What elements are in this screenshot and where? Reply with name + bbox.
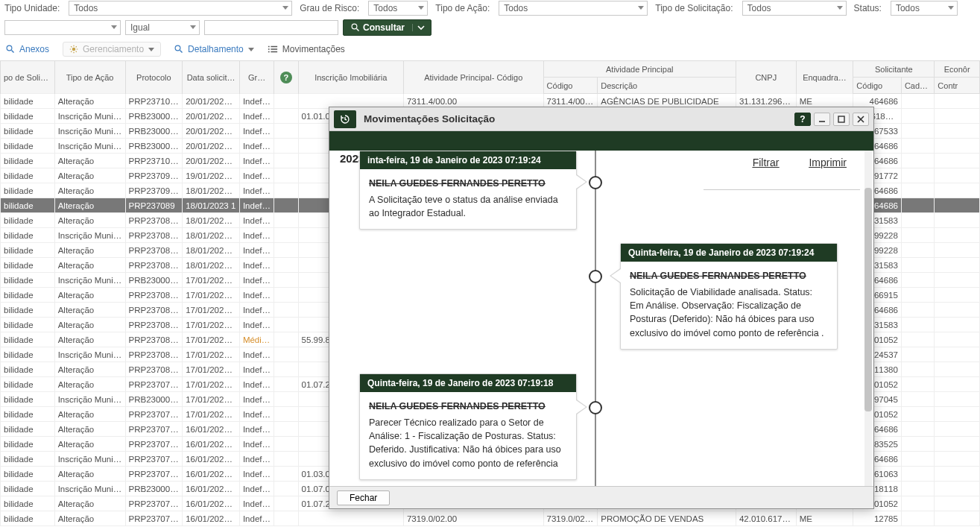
table-cell: Indefinido [239,258,274,273]
col-cnpj[interactable]: CNPJ [736,61,796,94]
consultar-chevron[interactable] [412,24,429,31]
help-button[interactable]: ? [794,113,811,126]
sel-field[interactable] [4,20,121,35]
table-cell: 20/01/2023 0… [183,124,240,139]
table-cell: PRP237080… [125,362,183,377]
grp-atividade[interactable]: Atividade Principal [543,61,736,78]
table-cell: Inscrição Muni… [54,109,125,124]
table-cell: PRP237080… [125,347,183,362]
sel-tipo-acao[interactable]: Todos [499,1,648,16]
grp-solic[interactable]: Solicitante [853,61,935,78]
card-body: Parecer Técnico realizado para o Setor d… [369,417,561,468]
table-cell [274,482,298,496]
table-cell: Alteração [54,183,125,198]
table-cell: 18/01/2023 1… [183,213,240,228]
table-cell [901,124,934,139]
table-cell [274,332,298,347]
fechar-button[interactable]: Fechar [337,490,390,505]
table-cell [935,154,980,168]
table-cell: 17/01/2023 2… [183,273,240,288]
col-enq[interactable]: Enquadra… [796,61,853,94]
tab-detalhamento[interactable]: Detalhamento [174,44,254,54]
svg-rect-8 [838,116,844,122]
scrollbar-thumb[interactable] [864,188,872,411]
sel-status[interactable]: Todos [891,1,958,16]
table-cell [901,467,934,482]
table-cell [935,452,980,467]
consultar-button[interactable]: Consultar [343,19,431,36]
table-cell: PRP237075… [125,452,183,467]
table-cell [901,154,934,168]
table-cell [274,124,298,139]
modal-movimentacoes: Movimentações Solicitação ? 2023 Filtrar… [329,107,874,509]
grp-econ[interactable]: Econôr [935,61,980,78]
filtrar-link[interactable]: Filtrar [753,157,780,168]
col-contr[interactable]: Contr [935,78,980,94]
col-scod[interactable]: Código [853,78,902,94]
col-cad[interactable]: Cad… [901,78,934,94]
table-cell: Alteração [54,288,125,303]
table-cell: Indefinido [239,362,274,377]
table-cell [901,392,934,407]
table-cell [935,243,980,258]
info-icon[interactable]: ? [280,72,292,83]
table-cell: Indefinido [239,109,274,124]
imprimir-link[interactable]: Imprimir [809,157,847,168]
minimize-button[interactable] [814,113,830,126]
table-cell: 16/01/2023 1… [183,496,240,511]
col-tipo-solic[interactable]: po de Solici… [1,61,55,94]
table-cell: 16/01/2023 1… [183,467,240,482]
table-cell: 16/01/2023 1… [183,482,240,496]
sel-grau-risco[interactable]: Todos [368,1,428,16]
table-row[interactable]: bilidadeAlteraçãoPRP237073…16/01/2023 1…… [1,511,980,526]
tab-anexos[interactable]: Anexos [6,44,49,54]
svg-point-4 [72,48,76,51]
timeline-node [589,176,602,189]
input-value[interactable] [204,20,338,35]
table-cell: 17/01/2023 0… [183,407,240,422]
search-icon [174,45,183,54]
table-cell: Inscrição Muni… [54,139,125,154]
chevron-down-icon [248,48,254,51]
col-atividade-cod[interactable]: Atividade Principal- Código [403,61,543,94]
col-tipo-acao[interactable]: Tipo de Ação [54,61,125,94]
timeline-card: Quinta-feira, 19 de Janeiro de 2023 07:1… [359,373,577,480]
table-cell: Alteração [54,94,125,109]
col-protocolo[interactable]: Protocolo [125,61,183,94]
table-cell: 17/01/2023 1… [183,332,240,347]
sel-tipo-solic[interactable]: Todos [742,1,847,16]
tab-movimentacoes[interactable]: Movimentações [268,44,345,54]
table-cell [901,198,934,213]
table-cell [274,422,298,437]
table-cell: ME [796,511,853,526]
table-cell: Indefinido [239,347,274,362]
col-desc[interactable]: Descrição [598,78,736,94]
table-cell: 7319.0/02.00 [543,511,598,526]
col-data[interactable]: Data solicit… [183,61,240,94]
close-button[interactable] [853,113,869,126]
table-cell: Indefinido [239,273,274,288]
table-cell: bilidade [1,318,55,332]
table-cell [901,437,934,452]
sel-tipo-unidade[interactable]: Todos [69,1,292,16]
tab-gerenciamento[interactable]: Gerenciamento [63,42,161,57]
modal-titlebar: Movimentações Solicitação ? [329,107,873,131]
table-cell [935,332,980,347]
col-codigo[interactable]: Código [543,78,598,94]
modal-actions: Filtrar Imprimir [726,157,873,168]
col-grau[interactable]: Gr… [239,61,274,94]
col-info[interactable]: ? [274,61,298,94]
sel-op[interactable]: Igual [125,20,200,35]
table-cell: bilidade [1,422,55,437]
card-body: A Solicitação teve o status da análise e… [369,195,558,218]
card-body: Solicitação de Viabilidade analisada. St… [630,287,824,338]
table-cell: 16/01/2023 1… [183,511,240,526]
maximize-button[interactable] [833,113,850,126]
table-cell [935,273,980,288]
table-cell: Indefinido [239,168,274,183]
table-cell: PRB230006… [125,139,183,154]
table-cell [274,109,298,124]
col-inscricao[interactable]: Inscrição Imobiliária [298,61,403,94]
table-cell [274,213,298,228]
modal-scrollbar[interactable] [864,151,872,486]
